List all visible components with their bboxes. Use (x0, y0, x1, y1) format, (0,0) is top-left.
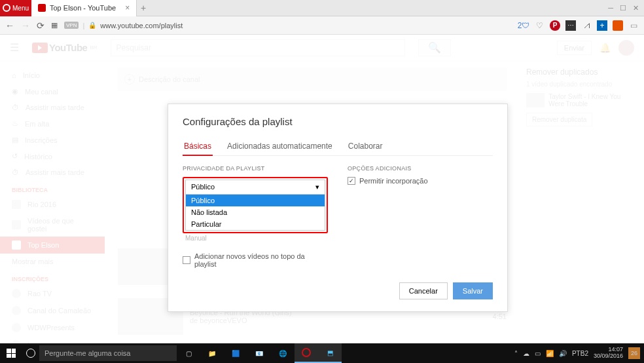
clock[interactable]: 14:07 30/09/2016 (594, 347, 623, 360)
opera-logo-icon (3, 4, 10, 12)
save-button[interactable]: Salvar (453, 282, 493, 299)
system-tray: ˄ ☁ ▭ 📶 🔊 PTB2 14:07 30/09/2016 26 (514, 347, 644, 360)
app-button[interactable]: 📧 (247, 343, 271, 363)
shield-icon[interactable]: 2🛡 (518, 20, 529, 31)
chevron-down-icon: ▾ (315, 183, 319, 191)
start-button[interactable] (0, 343, 22, 363)
battery-icon[interactable]: ▭ (535, 350, 541, 357)
lock-icon: 🔒 (88, 22, 96, 29)
close-tab-icon[interactable]: × (125, 3, 130, 12)
vpn-badge[interactable]: VPN (64, 22, 79, 29)
close-window-icon[interactable]: ✕ (633, 4, 639, 12)
privacy-select-highlight: Público ▾ Público Não listada Particular (183, 177, 328, 233)
reload-button[interactable]: ⟳ (37, 20, 45, 31)
checkbox-label: Permitir incorporação (359, 177, 428, 185)
speed-dial-icon[interactable]: ▦ (51, 21, 58, 29)
notification-center-icon[interactable]: 26 (628, 347, 640, 359)
tray-chevron-icon[interactable]: ˄ (514, 350, 518, 357)
modal-footer: Cancelar Salvar (183, 282, 493, 299)
addthis-icon[interactable]: + (597, 20, 607, 31)
task-view-button[interactable]: ▢ (177, 343, 200, 363)
separator: | (82, 22, 84, 29)
app-button-active[interactable]: ⬒ (318, 343, 342, 363)
checkbox-checked-icon[interactable]: ✓ (348, 177, 355, 185)
url-text: www.youtube.com/playlist (100, 22, 183, 29)
option-particular[interactable]: Particular (186, 218, 325, 230)
app-button[interactable]: 🟦 (224, 343, 247, 363)
embed-checkbox-row[interactable]: ✓ Permitir incorporação (348, 177, 493, 185)
extension-icon[interactable]: ⋯ (565, 20, 576, 31)
taskbar-apps: ▢ 📁 🟦 📧 🌐 ⬒ (177, 343, 342, 363)
privacy-dropdown: Público Não listada Particular (185, 195, 325, 231)
browser-tab-bar: Menu Top Elson - YouTube × + ─ ☐ ✕ (0, 0, 644, 16)
window-controls: ─ ☐ ✕ (608, 4, 644, 12)
address-bar[interactable]: VPN | 🔒 www.youtube.com/playlist (64, 22, 512, 29)
cortana-icon (26, 349, 35, 358)
extension-icon-2[interactable] (613, 20, 623, 31)
minimize-icon[interactable]: ─ (608, 4, 613, 12)
onedrive-icon[interactable]: ☁ (523, 350, 529, 357)
browser-tab[interactable]: Top Elson - YouTube × (31, 0, 137, 16)
modal-title: Configurações da playlist (183, 116, 493, 127)
tab-colaborar[interactable]: Colaborar (347, 138, 384, 155)
privacy-label: PRIVACIDADE DA PLAYLIST (183, 165, 328, 172)
options-label: OPÇÕES ADICIONAIS (348, 165, 493, 172)
tab-basicas[interactable]: Básicas (183, 138, 213, 156)
privacy-select[interactable]: Público ▾ (185, 180, 325, 195)
cancel-button[interactable]: Cancelar (399, 282, 448, 299)
option-nao-listada[interactable]: Não listada (186, 206, 325, 218)
maximize-icon[interactable]: ☐ (620, 4, 626, 12)
browser-toolbar: ← → ⟳ ▦ VPN | 🔒 www.youtube.com/playlist… (0, 16, 644, 35)
windows-taskbar: Pergunte-me alguma coisa ▢ 📁 🟦 📧 🌐 ⬒ ˄ ☁… (0, 343, 644, 363)
pulse-icon[interactable]: ⩘ (581, 20, 592, 31)
app-button[interactable]: 🌐 (271, 343, 295, 363)
opera-taskbar-button[interactable] (295, 343, 318, 363)
menu-label: Menu (12, 5, 29, 12)
modal-tabs: Básicas Adicionadas automaticamente Cola… (183, 138, 493, 156)
sort-label: Manual (183, 233, 328, 243)
playlist-settings-modal: Configurações da playlist Básicas Adicio… (168, 104, 508, 312)
checkbox-icon[interactable] (183, 256, 190, 264)
cortana-search-input[interactable]: Pergunte-me alguma coisa (39, 345, 177, 361)
selected-value: Público (191, 183, 215, 191)
add-to-top-checkbox-row[interactable]: Adicionar novos vídeos no topo da playli… (183, 252, 328, 268)
pinterest-icon[interactable]: P (550, 20, 560, 31)
option-publico[interactable]: Público (186, 195, 325, 206)
language-indicator[interactable]: PTB2 (572, 350, 588, 357)
back-button[interactable]: ← (5, 20, 14, 31)
opera-menu-button[interactable]: Menu (0, 0, 31, 16)
windows-logo-icon (7, 349, 16, 358)
youtube-favicon-icon (38, 4, 46, 12)
file-explorer-button[interactable]: 📁 (200, 343, 224, 363)
tab-title: Top Elson - YouTube (50, 4, 116, 12)
heart-icon[interactable]: ♡ (534, 20, 545, 31)
sidebar-toggle-icon[interactable]: ▭ (628, 20, 639, 31)
cortana-button[interactable] (22, 349, 39, 358)
new-tab-button[interactable]: + (137, 3, 150, 13)
checkbox-label: Adicionar novos vídeos no topo da playli… (194, 252, 328, 268)
tab-auto-add[interactable]: Adicionadas automaticamente (226, 138, 334, 155)
wifi-icon[interactable]: 📶 (546, 350, 554, 357)
forward-button[interactable]: → (21, 20, 30, 31)
volume-icon[interactable]: 🔊 (559, 350, 567, 357)
toolbar-extensions: 2🛡 ♡ P ⋯ ⩘ + ▭ (518, 20, 639, 31)
